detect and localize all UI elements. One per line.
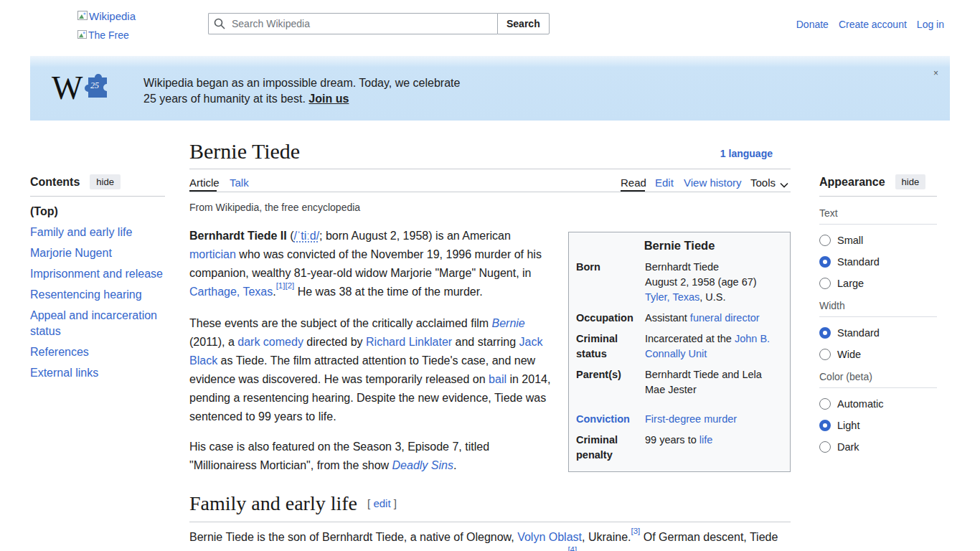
inline-link[interactable]: funeral director [690, 312, 760, 324]
wikipedia-logo[interactable]: Wikipedia The Free [77, 9, 162, 50]
infobox-row-criminal-penalty: Criminal penalty 99 years to life [569, 430, 790, 466]
inline-link[interactable]: John B. Connally Unit [645, 333, 770, 359]
infobox-row-parents: Parent(s) Bernhardt Tiede and Lela Mae J… [569, 364, 790, 400]
toc-item-imprisonment-and-release[interactable]: Imprisonment and release [30, 266, 165, 282]
view-history[interactable]: View history [684, 176, 742, 189]
tab-talk[interactable]: Talk [230, 176, 249, 189]
inline-link[interactable]: Tyler, Texas [645, 291, 699, 303]
inline-link[interactable]: Deadly Sins [392, 459, 453, 471]
table-of-contents: Contents hide (Top) Family and early lif… [30, 174, 165, 386]
radio-icon[interactable] [819, 256, 831, 268]
logo-tagline-alt: The Free [88, 29, 129, 41]
toc-item-top[interactable]: (Top) [30, 204, 165, 220]
chevron-down-icon [780, 178, 788, 190]
toc-item-family-and-early-life[interactable]: Family and early life [30, 225, 165, 240]
infobox-row-conviction: Conviction First-degree murder [569, 409, 790, 430]
join-us-link[interactable]: Join us [308, 93, 349, 105]
banner-close-icon[interactable]: × [933, 69, 938, 77]
inline-link[interactable]: First-degree murder [645, 413, 737, 425]
inline-link[interactable]: life [699, 434, 713, 446]
donate-link[interactable]: Donate [796, 19, 829, 30]
inline-link[interactable]: dark comedy [237, 336, 303, 348]
appearance-group-width: Width [819, 300, 937, 317]
banner-text-line1: Wikipedia began as an impossible dream. … [143, 77, 460, 90]
radio-icon[interactable] [819, 349, 831, 360]
toc-item-resentencing-hearing[interactable]: Resentencing hearing [30, 287, 165, 303]
infobox-row-criminal-status: Criminal status Incarcerated at the John… [569, 329, 790, 364]
personal-links: Donate Create account Log in [796, 19, 944, 30]
lead-paragraph-1: Bernhardt Tiede II (/ˈtiːd/; born August… [189, 227, 555, 301]
reference-link[interactable]: [3] [631, 527, 640, 535]
width-option-standard[interactable]: Standard [819, 327, 937, 339]
create-account-link[interactable]: Create account [839, 19, 907, 30]
search-bar: Search [208, 13, 550, 34]
inline-link[interactable]: mortician [189, 248, 236, 260]
radio-icon[interactable] [819, 441, 831, 453]
text-size-option-standard[interactable]: Standard [819, 256, 937, 268]
toc-item-external-links[interactable]: External links [30, 365, 165, 381]
logo-wordmark-alt: Wikipedia [89, 10, 136, 22]
width-option-wide[interactable]: Wide [819, 349, 937, 360]
broken-image-icon [77, 29, 87, 41]
toc-item-marjorie-nugent[interactable]: Marjorie Nugent [30, 245, 165, 261]
page-title: Bernie Tiede [189, 139, 300, 164]
appearance-title: Appearance [819, 176, 885, 189]
radio-icon[interactable] [819, 235, 831, 246]
log-in-link[interactable]: Log in [917, 19, 944, 30]
site-tagline: From Wikipedia, the free encyclopedia [189, 202, 360, 213]
inline-link[interactable]: Bernie [492, 317, 525, 329]
radio-icon[interactable] [819, 398, 831, 410]
conviction-label-link[interactable]: Conviction [576, 412, 645, 427]
language-count-button[interactable]: 1 language [720, 148, 773, 159]
puzzle-25-badge-icon: 25 [78, 67, 110, 103]
infobox-title: Bernie Tiede [569, 232, 790, 257]
inline-link[interactable]: Volyn Oblast [517, 531, 582, 543]
infobox-row-occupation: Occupation Assistant funeral director [569, 308, 790, 329]
view-read[interactable]: Read [621, 176, 646, 189]
search-icon [214, 18, 225, 32]
tab-article[interactable]: Article [189, 176, 220, 189]
section-heading-family-and-early-life: Family and early life[ edit ] [189, 492, 397, 515]
text-size-option-small[interactable]: Small [819, 235, 937, 246]
reference-link[interactable]: [4] [567, 545, 577, 551]
section-edit-link[interactable]: edit [373, 497, 390, 509]
radio-icon[interactable] [819, 420, 831, 431]
contents-title: Contents [30, 176, 80, 189]
family-section-paragraph: Bernie Tiede is the son of Bernhardt Tie… [189, 528, 791, 551]
svg-text:25: 25 [90, 80, 99, 90]
inline-link[interactable]: Carthage, Texas [189, 286, 273, 298]
search-button[interactable]: Search [497, 13, 550, 34]
appearance-hide-button[interactable]: hide [895, 174, 926, 189]
reference-link[interactable]: [1] [276, 281, 286, 290]
infobox: Bernie Tiede Born Bernhardt TiedeAugust … [568, 232, 791, 472]
infobox-row-born: Born Bernhardt TiedeAugust 2, 1958 (age … [569, 257, 790, 308]
anniversary-banner: W 25 Wikipedia began as an impossible dr… [30, 56, 950, 121]
broken-image-icon [77, 10, 88, 22]
section-divider [189, 522, 791, 522]
radio-icon[interactable] [819, 327, 831, 339]
color-option-dark[interactable]: Dark [819, 441, 937, 453]
tabs-divider [189, 192, 791, 192]
title-divider [189, 169, 791, 169]
appearance-group-color: Color (beta) [819, 371, 937, 388]
text-size-option-large[interactable]: Large [819, 278, 937, 289]
radio-icon[interactable] [819, 278, 831, 289]
inline-link[interactable]: bail [489, 373, 507, 385]
lead-paragraph-3: His case is also featured on the Season … [189, 438, 555, 475]
inline-link[interactable]: /ˈtiːd/ [294, 230, 320, 242]
toc-item-appeal-and-incarceration-status[interactable]: Appeal and incarceration status [30, 308, 165, 339]
color-option-light[interactable]: Light [819, 420, 937, 431]
wikipedia-page: Wikipedia The Free Search Donate Create … [0, 0, 980, 551]
appearance-group-text: Text [819, 207, 937, 225]
tools-menu-button[interactable]: Tools [750, 176, 788, 189]
inline-link[interactable]: Richard Linklater [366, 336, 452, 348]
reference-link[interactable]: [2] [285, 281, 294, 290]
banner-text-line2: 25 years of humanity at its best. Join u… [143, 93, 349, 105]
color-option-automatic[interactable]: Automatic [819, 398, 937, 410]
search-input[interactable] [208, 13, 497, 34]
toc-item-references[interactable]: References [30, 344, 165, 360]
view-edit[interactable]: Edit [655, 176, 674, 189]
contents-hide-button[interactable]: hide [90, 174, 121, 189]
lead-paragraph-2: These events are the subject of the crit… [189, 314, 555, 426]
appearance-panel: Appearance hide Text Small Standard Larg… [819, 174, 937, 453]
